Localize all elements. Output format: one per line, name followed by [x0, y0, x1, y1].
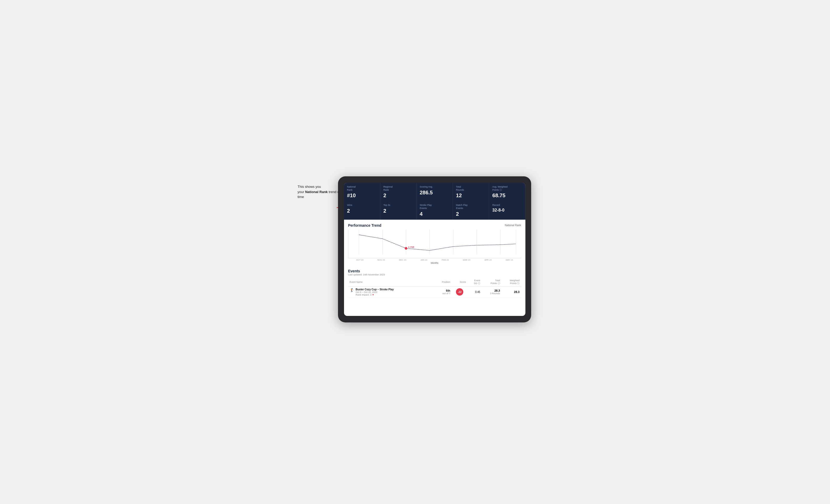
event-icon: 🏌️: [350, 288, 354, 292]
events-table-header: Event Name Position Score EventSG ⓘ Tota…: [348, 278, 521, 287]
performance-title: Performance Trend: [348, 223, 382, 228]
chart-area: ● #10: [348, 230, 521, 258]
event-rank-impact: Rank Impact: 3 ▼: [356, 294, 394, 296]
stat-wins: Wins 2: [344, 201, 380, 220]
svg-point-9: [405, 247, 407, 250]
chart-x-title: Months: [348, 262, 521, 264]
annotation-text: This shows you your National Rank trend …: [297, 184, 345, 200]
annotation-line2: your: [297, 190, 305, 194]
annotation-line1: This shows you: [297, 185, 321, 189]
event-position-cell: 6th out of 7: [435, 286, 452, 298]
performance-header: Performance Trend National Rank: [348, 223, 521, 228]
stats-row-1: NationalRank #10 RegionalRank 2 Scoring …: [344, 183, 525, 201]
stat-scoring-avg: Scoring Avg. 286.5: [417, 183, 453, 201]
stat-total-rounds: TotalRounds 12: [453, 183, 489, 201]
table-row[interactable]: 🏌️ Buster Cozy Cup – Stroke Play Oct 9 –…: [348, 286, 521, 298]
event-sg-value: 0.45: [475, 291, 480, 294]
event-score-cell: -22: [452, 286, 468, 298]
svg-text:● #10: ● #10: [408, 246, 414, 248]
event-score-badge: -22: [456, 288, 463, 296]
stat-record: Record 32-8-0: [489, 201, 525, 220]
stat-stroke-play-events: Stroke PlayEvents 4: [417, 201, 453, 220]
event-name: Buster Cozy Cup – Stroke Play: [356, 288, 394, 291]
annotation-bold: National Rank: [305, 190, 328, 194]
events-title: Events: [348, 269, 521, 273]
stat-avg-weighted-points: Avg. WeightedPoints ⓘ 68.75: [489, 183, 525, 201]
event-total-points: 28.3: [483, 289, 500, 292]
col-score: Score: [452, 278, 468, 287]
event-name-cell: 🏌️ Buster Cozy Cup – Stroke Play Oct 9 –…: [348, 286, 435, 298]
stats-row-2: Wins 2 Top 3s 2 Stroke PlayEvents 4 Matc…: [344, 201, 525, 220]
performance-chart: ● #10: [348, 230, 521, 258]
stat-national-rank: NationalRank #10: [344, 183, 380, 201]
event-total-points-sub: 3 Rounds: [483, 292, 500, 295]
stat-regional-rank: RegionalRank 2: [380, 183, 416, 201]
events-table: Event Name Position Score EventSG ⓘ Tota…: [348, 278, 521, 298]
performance-section: Performance Trend National Rank: [344, 220, 525, 266]
col-total-points: TotalPoints ⓘ: [482, 278, 502, 287]
stat-top3s: Top 3s 2: [380, 201, 416, 220]
col-position: Position: [435, 278, 452, 287]
event-weighted-points-cell: 28.3: [502, 286, 521, 298]
events-section: Events Last updated: 24th November 2023 …: [344, 266, 525, 301]
event-sg-cell: 0.45: [468, 286, 482, 298]
tablet-screen[interactable]: NationalRank #10 RegionalRank 2 Scoring …: [344, 183, 525, 316]
col-weighted-points: WeightedPoints ⓘ: [502, 278, 521, 287]
col-event-name: Event Name: [348, 278, 435, 287]
event-position-sub: out of 7: [436, 292, 450, 295]
tablet-frame: NationalRank #10 RegionalRank 2 Scoring …: [338, 176, 531, 323]
col-event-sg: EventSG ⓘ: [468, 278, 482, 287]
event-total-points-cell: 28.3 3 Rounds: [482, 286, 502, 298]
event-weighted-points: 28.3: [514, 290, 519, 294]
chart-month-labels: OCT 23 NOV 23 DEC 23 JAN 24 FEB 24 MAR 2…: [348, 259, 521, 261]
performance-legend: National Rank: [505, 224, 521, 227]
events-last-updated: Last updated: 24th November 2023: [348, 273, 521, 276]
event-date: Oct 9 – Oct 10, 2023: [356, 291, 394, 294]
stat-match-play-events: Match PlayEvents 2: [453, 201, 489, 220]
event-position: 6th: [436, 289, 450, 292]
